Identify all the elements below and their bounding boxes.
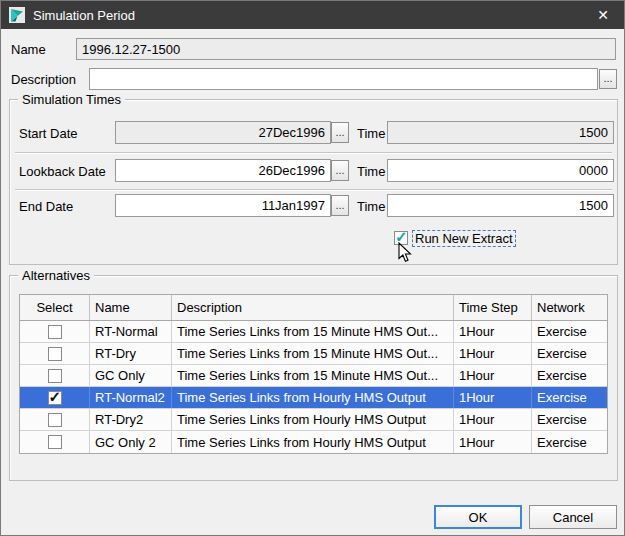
app-icon — [9, 7, 25, 23]
col-header-time-step[interactable]: Time Step — [454, 295, 532, 320]
description-cell: Time Series Links from 15 Minute HMS Out… — [172, 321, 454, 342]
time-step-cell: 1Hour — [454, 321, 532, 342]
network-cell: Exercise — [532, 321, 607, 342]
lookback-date-field[interactable]: 26Dec1996 — [115, 159, 331, 182]
run-new-extract-label[interactable]: Run New Extract — [412, 230, 516, 247]
title-bar[interactable]: Simulation Period ✕ — [1, 1, 624, 29]
row-select-checkbox[interactable] — [48, 413, 62, 427]
name-cell: GC Only 2 — [90, 431, 172, 453]
time-step-cell: 1Hour — [454, 365, 532, 386]
row-select-checkbox[interactable] — [48, 347, 62, 361]
close-icon[interactable]: ✕ — [582, 1, 624, 29]
description-cell: Time Series Links from Hourly HMS Output — [172, 409, 454, 430]
name-label: Name — [11, 42, 46, 57]
col-header-name[interactable]: Name — [90, 295, 172, 320]
table-row[interactable]: RT-Dry Time Series Links from 15 Minute … — [20, 343, 607, 365]
start-date-picker-button[interactable]: ... — [331, 122, 349, 143]
lookback-time-label: Time — [357, 164, 385, 179]
col-header-network[interactable]: Network — [532, 295, 607, 320]
table-header-row: Select Name Description Time Step Networ… — [20, 295, 607, 321]
run-new-extract-checkbox[interactable] — [394, 231, 408, 245]
ok-button[interactable]: OK — [434, 505, 522, 529]
select-cell — [20, 343, 90, 364]
name-cell: RT-Dry2 — [90, 409, 172, 430]
end-date-label: End Date — [19, 199, 73, 214]
select-cell — [20, 387, 90, 408]
table-row[interactable]: GC Only 2 Time Series Links from Hourly … — [20, 431, 607, 453]
separator — [15, 152, 612, 153]
row-select-checkbox[interactable] — [48, 325, 62, 339]
select-cell — [20, 409, 90, 430]
description-label: Description — [11, 72, 76, 87]
time-step-cell: 1Hour — [454, 387, 532, 408]
time-step-cell: 1Hour — [454, 409, 532, 430]
network-cell: Exercise — [532, 387, 607, 408]
row-select-checkbox[interactable] — [48, 391, 62, 405]
name-cell: RT-Normal2 — [90, 387, 172, 408]
description-cell: Time Series Links from Hourly HMS Output — [172, 431, 454, 453]
description-browse-button[interactable]: ... — [599, 69, 617, 89]
description-cell: Time Series Links from Hourly HMS Output — [172, 387, 454, 408]
start-time-label: Time — [357, 126, 385, 141]
cancel-button[interactable]: Cancel — [529, 505, 617, 529]
start-time-field[interactable]: 1500 — [387, 121, 614, 144]
network-cell: Exercise — [532, 365, 607, 386]
end-time-label: Time — [357, 199, 385, 214]
select-cell — [20, 431, 90, 453]
alternatives-legend: Alternatives — [18, 268, 94, 283]
time-step-cell: 1Hour — [454, 343, 532, 364]
description-cell: Time Series Links from 15 Minute HMS Out… — [172, 343, 454, 364]
table-row[interactable]: GC Only Time Series Links from 15 Minute… — [20, 365, 607, 387]
select-cell — [20, 321, 90, 342]
description-input[interactable] — [89, 68, 598, 90]
name-cell: RT-Dry — [90, 343, 172, 364]
name-cell: RT-Normal — [90, 321, 172, 342]
col-header-description[interactable]: Description — [172, 295, 454, 320]
separator — [15, 189, 612, 190]
simulation-period-dialog: Simulation Period ✕ Name 1996.12.27-1500… — [0, 0, 625, 536]
end-date-picker-button[interactable]: ... — [331, 195, 349, 216]
alternatives-table: Select Name Description Time Step Networ… — [19, 294, 608, 454]
description-cell: Time Series Links from 15 Minute HMS Out… — [172, 365, 454, 386]
start-date-label: Start Date — [19, 126, 78, 141]
network-cell: Exercise — [532, 343, 607, 364]
col-header-select[interactable]: Select — [20, 295, 90, 320]
table-row[interactable]: RT-Dry2 Time Series Links from Hourly HM… — [20, 409, 607, 431]
end-date-field[interactable]: 11Jan1997 — [115, 194, 331, 217]
table-row-selected[interactable]: RT-Normal2 Time Series Links from Hourly… — [20, 387, 607, 409]
network-cell: Exercise — [532, 409, 607, 430]
end-time-field[interactable]: 1500 — [387, 194, 614, 217]
network-cell: Exercise — [532, 431, 607, 453]
table-row[interactable]: RT-Normal Time Series Links from 15 Minu… — [20, 321, 607, 343]
row-select-checkbox[interactable] — [48, 369, 62, 383]
select-cell — [20, 365, 90, 386]
lookback-time-field[interactable]: 0000 — [387, 159, 614, 182]
window-title: Simulation Period — [33, 8, 135, 23]
lookback-date-label: Lookback Date — [19, 164, 106, 179]
start-date-field[interactable]: 27Dec1996 — [115, 121, 331, 144]
time-step-cell: 1Hour — [454, 431, 532, 453]
name-cell: GC Only — [90, 365, 172, 386]
row-select-checkbox[interactable] — [48, 435, 62, 449]
lookback-date-picker-button[interactable]: ... — [331, 160, 349, 181]
name-field[interactable]: 1996.12.27-1500 — [76, 38, 616, 60]
simulation-times-legend: Simulation Times — [18, 92, 125, 107]
